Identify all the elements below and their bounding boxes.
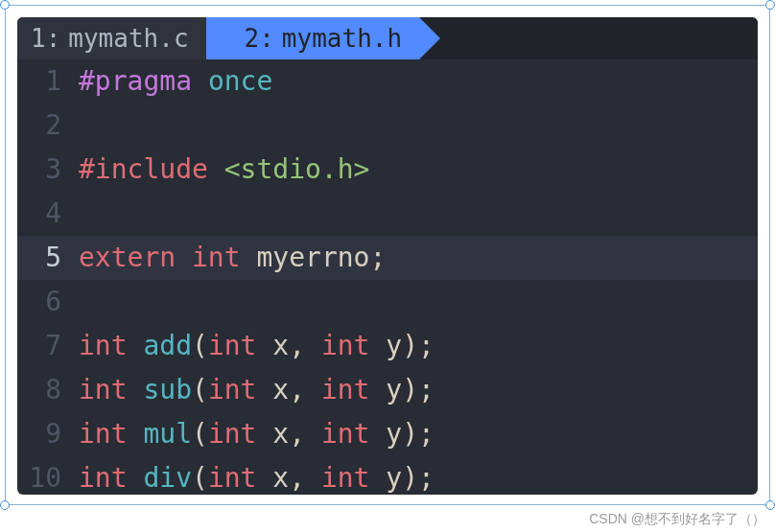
selection-handle-top-left[interactable] bbox=[0, 0, 10, 10]
tab-filename: mymath.h bbox=[282, 24, 402, 53]
line-number: 1 bbox=[17, 59, 79, 104]
code-text: int div(int x, int y); bbox=[79, 456, 434, 495]
selection-frame: 1: mymath.c 2: mymath.h 1 #pragma once 2… bbox=[5, 5, 770, 505]
tab-mymath-h[interactable]: 2: mymath.h bbox=[206, 17, 420, 59]
code-line[interactable]: 4 bbox=[17, 192, 758, 236]
code-line[interactable]: 1 #pragma once bbox=[17, 59, 758, 104]
tab-filename: mymath.c bbox=[68, 24, 188, 53]
selection-handle-bottom-left[interactable] bbox=[0, 500, 10, 510]
code-line[interactable]: 2 bbox=[17, 104, 758, 148]
tab-bar: 1: mymath.c 2: mymath.h bbox=[17, 17, 758, 59]
code-line[interactable]: 9 int mul(int x, int y); bbox=[17, 412, 758, 456]
code-text: extern int myerrno; bbox=[79, 236, 386, 280]
code-area[interactable]: 1 #pragma once 2 3 #include <stdio.h> 4 … bbox=[17, 59, 758, 495]
code-line[interactable]: 3 #include <stdio.h> bbox=[17, 148, 758, 192]
line-number: 8 bbox=[17, 368, 79, 412]
selection-handle-top-right[interactable] bbox=[765, 0, 775, 10]
line-number: 7 bbox=[17, 324, 79, 368]
code-text: int add(int x, int y); bbox=[79, 324, 434, 368]
line-number: 2 bbox=[17, 104, 79, 148]
code-line[interactable]: 10 int div(int x, int y); bbox=[17, 456, 758, 495]
line-number: 9 bbox=[17, 412, 79, 456]
line-number: 10 bbox=[17, 456, 79, 495]
tab-mymath-c[interactable]: 1: mymath.c bbox=[17, 17, 206, 59]
code-text: int sub(int x, int y); bbox=[79, 368, 434, 412]
line-number: 6 bbox=[17, 280, 79, 324]
code-text: #pragma once bbox=[79, 59, 272, 104]
tab-number: 2: bbox=[245, 24, 274, 53]
code-text: int mul(int x, int y); bbox=[79, 412, 434, 456]
selection-handle-bottom-right[interactable] bbox=[765, 500, 775, 510]
code-line[interactable]: 7 int add(int x, int y); bbox=[17, 324, 758, 368]
line-number: 5 bbox=[17, 236, 79, 280]
watermark-text: CSDN @想不到好名字了（） bbox=[589, 511, 765, 528]
tab-number: 1: bbox=[31, 24, 60, 53]
code-editor: 1: mymath.c 2: mymath.h 1 #pragma once 2… bbox=[17, 17, 758, 495]
code-line[interactable]: 6 bbox=[17, 280, 758, 324]
code-line-current[interactable]: 5 extern int myerrno; bbox=[17, 236, 758, 280]
code-line[interactable]: 8 int sub(int x, int y); bbox=[17, 368, 758, 412]
code-text: #include <stdio.h> bbox=[79, 148, 369, 192]
line-number: 3 bbox=[17, 148, 79, 192]
line-number: 4 bbox=[17, 192, 79, 236]
